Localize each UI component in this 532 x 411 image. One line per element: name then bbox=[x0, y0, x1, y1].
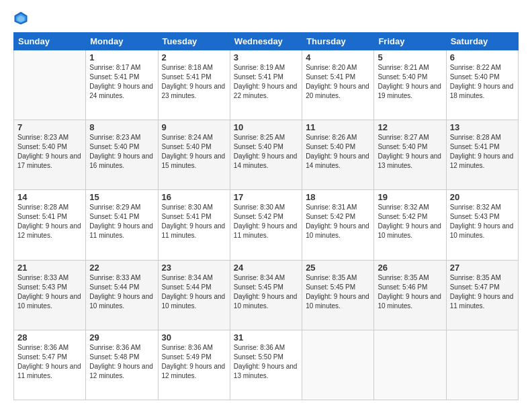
cell-sunset: Sunset: 5:40 PM bbox=[450, 73, 515, 82]
cell-sunset: Sunset: 5:40 PM bbox=[378, 142, 442, 152]
cell-sunrise: Sunrise: 8:36 AM bbox=[162, 343, 226, 353]
weekday-header-thursday: Thursday bbox=[302, 33, 374, 50]
cell-sunrise: Sunrise: 8:28 AM bbox=[17, 203, 82, 212]
cell-info: Sunrise: 8:18 AM Sunset: 5:41 PM Dayligh… bbox=[162, 63, 226, 101]
cell-sunrise: Sunrise: 8:35 AM bbox=[450, 273, 515, 283]
calendar-cell: 9 Sunrise: 8:24 AM Sunset: 5:40 PM Dayli… bbox=[158, 120, 230, 190]
calendar-cell: 4 Sunrise: 8:20 AM Sunset: 5:41 PM Dayli… bbox=[302, 50, 374, 120]
cell-daylight: Daylight: 9 hours and 11 minutes. bbox=[234, 222, 298, 240]
cell-info: Sunrise: 8:31 AM Sunset: 5:42 PM Dayligh… bbox=[306, 203, 370, 240]
calendar-cell bbox=[302, 330, 374, 400]
cell-sunrise: Sunrise: 8:34 AM bbox=[162, 273, 226, 283]
cell-daylight: Daylight: 9 hours and 11 minutes. bbox=[162, 222, 226, 240]
cell-date: 5 bbox=[378, 52, 442, 62]
calendar-cell: 2 Sunrise: 8:18 AM Sunset: 5:41 PM Dayli… bbox=[158, 50, 230, 120]
calendar-cell: 30 Sunrise: 8:36 AM Sunset: 5:49 PM Dayl… bbox=[158, 330, 230, 400]
cell-sunrise: Sunrise: 8:19 AM bbox=[234, 63, 298, 73]
calendar-table: SundayMondayTuesdayWednesdayThursdayFrid… bbox=[13, 32, 519, 400]
cell-sunset: Sunset: 5:41 PM bbox=[234, 73, 298, 82]
cell-info: Sunrise: 8:34 AM Sunset: 5:45 PM Dayligh… bbox=[234, 273, 298, 311]
calendar-cell: 5 Sunrise: 8:21 AM Sunset: 5:40 PM Dayli… bbox=[374, 50, 446, 120]
cell-sunrise: Sunrise: 8:30 AM bbox=[234, 203, 298, 212]
cell-sunrise: Sunrise: 8:17 AM bbox=[89, 63, 154, 73]
cell-sunset: Sunset: 5:41 PM bbox=[89, 212, 154, 222]
cell-date: 9 bbox=[162, 122, 226, 132]
cell-info: Sunrise: 8:36 AM Sunset: 5:48 PM Dayligh… bbox=[89, 343, 154, 381]
cell-date: 24 bbox=[234, 263, 298, 273]
cell-sunset: Sunset: 5:41 PM bbox=[162, 73, 226, 82]
cell-info: Sunrise: 8:36 AM Sunset: 5:50 PM Dayligh… bbox=[234, 343, 298, 381]
cell-info: Sunrise: 8:28 AM Sunset: 5:41 PM Dayligh… bbox=[450, 133, 515, 171]
cell-info: Sunrise: 8:17 AM Sunset: 5:41 PM Dayligh… bbox=[89, 63, 154, 101]
cell-daylight: Daylight: 9 hours and 10 minutes. bbox=[89, 292, 154, 311]
cell-info: Sunrise: 8:19 AM Sunset: 5:41 PM Dayligh… bbox=[234, 63, 298, 101]
cell-daylight: Daylight: 9 hours and 13 minutes. bbox=[234, 362, 298, 381]
cell-daylight: Daylight: 9 hours and 12 minutes. bbox=[162, 362, 226, 381]
cell-daylight: Daylight: 9 hours and 10 minutes. bbox=[162, 292, 226, 311]
cell-sunset: Sunset: 5:49 PM bbox=[162, 353, 226, 362]
calendar-cell: 23 Sunrise: 8:34 AM Sunset: 5:44 PM Dayl… bbox=[158, 260, 230, 330]
cell-daylight: Daylight: 9 hours and 10 minutes. bbox=[17, 292, 82, 311]
cell-sunset: Sunset: 5:41 PM bbox=[162, 212, 226, 222]
cell-daylight: Daylight: 9 hours and 19 minutes. bbox=[378, 82, 442, 101]
cell-sunset: Sunset: 5:45 PM bbox=[306, 283, 370, 292]
cell-info: Sunrise: 8:35 AM Sunset: 5:46 PM Dayligh… bbox=[378, 273, 442, 311]
cell-sunrise: Sunrise: 8:20 AM bbox=[306, 63, 370, 73]
logo-icon bbox=[13, 11, 28, 26]
cell-sunset: Sunset: 5:44 PM bbox=[89, 283, 154, 292]
cell-sunset: Sunset: 5:42 PM bbox=[378, 212, 442, 222]
cell-info: Sunrise: 8:33 AM Sunset: 5:43 PM Dayligh… bbox=[17, 273, 82, 311]
cell-info: Sunrise: 8:20 AM Sunset: 5:41 PM Dayligh… bbox=[306, 63, 370, 101]
cell-daylight: Daylight: 9 hours and 12 minutes. bbox=[17, 222, 82, 240]
cell-info: Sunrise: 8:36 AM Sunset: 5:49 PM Dayligh… bbox=[162, 343, 226, 381]
header bbox=[13, 11, 519, 26]
cell-sunrise: Sunrise: 8:35 AM bbox=[306, 273, 370, 283]
cell-info: Sunrise: 8:24 AM Sunset: 5:40 PM Dayligh… bbox=[162, 133, 226, 171]
cell-info: Sunrise: 8:34 AM Sunset: 5:44 PM Dayligh… bbox=[162, 273, 226, 311]
calendar-cell: 1 Sunrise: 8:17 AM Sunset: 5:41 PM Dayli… bbox=[86, 50, 158, 120]
calendar-cell: 11 Sunrise: 8:26 AM Sunset: 5:40 PM Dayl… bbox=[302, 120, 374, 190]
cell-daylight: Daylight: 9 hours and 12 minutes. bbox=[450, 152, 515, 171]
cell-date: 26 bbox=[378, 263, 442, 273]
calendar-cell: 27 Sunrise: 8:35 AM Sunset: 5:47 PM Dayl… bbox=[446, 260, 518, 330]
cell-daylight: Daylight: 9 hours and 14 minutes. bbox=[234, 152, 298, 171]
cell-daylight: Daylight: 9 hours and 12 minutes. bbox=[89, 362, 154, 381]
calendar-cell: 15 Sunrise: 8:29 AM Sunset: 5:41 PM Dayl… bbox=[86, 190, 158, 260]
cell-daylight: Daylight: 9 hours and 10 minutes. bbox=[306, 292, 370, 311]
weekday-header-tuesday: Tuesday bbox=[158, 33, 230, 50]
calendar-cell: 6 Sunrise: 8:22 AM Sunset: 5:40 PM Dayli… bbox=[446, 50, 518, 120]
cell-sunrise: Sunrise: 8:35 AM bbox=[378, 273, 442, 283]
cell-daylight: Daylight: 9 hours and 11 minutes. bbox=[17, 362, 82, 381]
logo bbox=[13, 11, 31, 26]
cell-date: 17 bbox=[234, 192, 298, 202]
calendar-cell bbox=[446, 330, 518, 400]
cell-daylight: Daylight: 9 hours and 10 minutes. bbox=[234, 292, 298, 311]
cell-sunset: Sunset: 5:40 PM bbox=[17, 142, 82, 152]
cell-sunrise: Sunrise: 8:32 AM bbox=[378, 203, 442, 212]
cell-daylight: Daylight: 9 hours and 11 minutes. bbox=[89, 222, 154, 240]
calendar-cell: 13 Sunrise: 8:28 AM Sunset: 5:41 PM Dayl… bbox=[446, 120, 518, 190]
week-row-3: 21 Sunrise: 8:33 AM Sunset: 5:43 PM Dayl… bbox=[14, 260, 519, 330]
cell-info: Sunrise: 8:27 AM Sunset: 5:40 PM Dayligh… bbox=[378, 133, 442, 171]
cell-daylight: Daylight: 9 hours and 10 minutes. bbox=[378, 292, 442, 311]
cell-sunrise: Sunrise: 8:25 AM bbox=[234, 133, 298, 142]
cell-sunrise: Sunrise: 8:34 AM bbox=[234, 273, 298, 283]
cell-daylight: Daylight: 9 hours and 23 minutes. bbox=[162, 82, 226, 101]
calendar-cell bbox=[374, 330, 446, 400]
cell-sunrise: Sunrise: 8:30 AM bbox=[162, 203, 226, 212]
cell-date: 18 bbox=[306, 192, 370, 202]
weekday-header-sunday: Sunday bbox=[14, 33, 86, 50]
calendar-cell: 26 Sunrise: 8:35 AM Sunset: 5:46 PM Dayl… bbox=[374, 260, 446, 330]
cell-daylight: Daylight: 9 hours and 11 minutes. bbox=[450, 292, 515, 311]
cell-date: 13 bbox=[450, 122, 515, 132]
calendar-cell: 20 Sunrise: 8:32 AM Sunset: 5:43 PM Dayl… bbox=[446, 190, 518, 260]
cell-daylight: Daylight: 9 hours and 18 minutes. bbox=[450, 82, 515, 101]
week-row-4: 28 Sunrise: 8:36 AM Sunset: 5:47 PM Dayl… bbox=[14, 330, 519, 400]
week-row-1: 7 Sunrise: 8:23 AM Sunset: 5:40 PM Dayli… bbox=[14, 120, 519, 190]
cell-date: 3 bbox=[234, 52, 298, 62]
calendar-cell: 17 Sunrise: 8:30 AM Sunset: 5:42 PM Dayl… bbox=[230, 190, 302, 260]
calendar-cell: 14 Sunrise: 8:28 AM Sunset: 5:41 PM Dayl… bbox=[14, 190, 86, 260]
cell-date: 2 bbox=[162, 52, 226, 62]
cell-date: 16 bbox=[162, 192, 226, 202]
calendar-cell: 31 Sunrise: 8:36 AM Sunset: 5:50 PM Dayl… bbox=[230, 330, 302, 400]
